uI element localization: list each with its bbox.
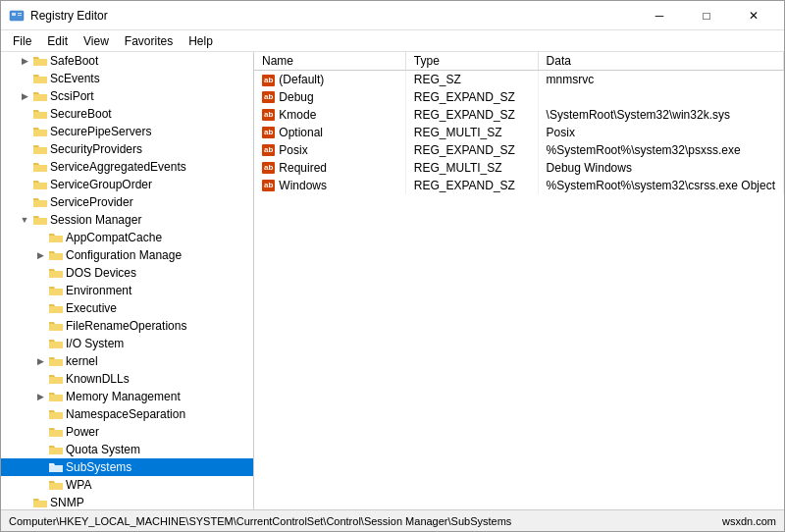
- folder-icon-executive: [48, 302, 64, 314]
- menu-help[interactable]: Help: [181, 32, 221, 50]
- tree-node-filerenameoperations[interactable]: FileRenameOperations: [1, 317, 253, 335]
- node-label-appcompatcache: AppCompatCache: [66, 231, 162, 244]
- menu-favorites[interactable]: Favorites: [117, 32, 181, 50]
- table-row[interactable]: ab(Default)REG_SZmnmsrvc: [254, 71, 784, 88]
- tree-node-kernel[interactable]: ▶ kernel: [1, 352, 253, 370]
- tree-node-snmp[interactable]: SNMP: [1, 494, 253, 509]
- tree-node-secureboot[interactable]: SecureBoot: [1, 105, 253, 123]
- tree-node-namespaceseparation[interactable]: NamespaceSeparation: [1, 405, 253, 423]
- ab-icon: ab: [262, 109, 275, 121]
- node-label-knowndlls: KnownDLLs: [66, 372, 130, 386]
- menu-view[interactable]: View: [76, 32, 117, 50]
- tree-node-iosystem[interactable]: I/O System: [1, 335, 253, 352]
- cell-data: Debug Windows: [538, 159, 783, 177]
- folder-icon-serviceprovider: [32, 196, 48, 208]
- table-row[interactable]: abDebugREG_EXPAND_SZ: [254, 88, 784, 106]
- window-controls: ─ □ ✕: [637, 1, 776, 30]
- menu-file[interactable]: File: [5, 32, 39, 50]
- tree-node-environment[interactable]: Environment: [1, 282, 253, 299]
- table-row[interactable]: abPosixREG_EXPAND_SZ%SystemRoot%\system3…: [254, 141, 784, 159]
- svg-rect-3: [18, 15, 22, 16]
- expander-kernel[interactable]: ▶: [32, 356, 48, 366]
- cell-data: %SystemRoot%\system32\csrss.exe Object: [538, 177, 783, 194]
- folder-icon-knowndlls: [48, 373, 64, 385]
- title-bar: Registry Editor ─ □ ✕: [1, 1, 784, 30]
- minimize-button[interactable]: ─: [637, 1, 682, 30]
- folder-icon-securityproviders: [32, 143, 48, 155]
- folder-icon-memorymanagement: [48, 391, 64, 402]
- close-button[interactable]: ✕: [731, 1, 776, 30]
- tree-node-serviceaggregatedevents[interactable]: ServiceAggregatedEvents: [1, 158, 253, 176]
- node-label-memorymanagement: Memory Management: [66, 390, 181, 403]
- cell-name: abKmode: [254, 106, 405, 124]
- node-label-quotasystem: Quota System: [66, 443, 140, 456]
- cell-data: %SystemRoot%\system32\psxss.exe: [538, 141, 783, 159]
- svg-rect-1: [12, 13, 16, 16]
- table-row[interactable]: abOptionalREG_MULTI_SZPosix: [254, 124, 784, 141]
- cell-name: abOptional: [254, 124, 405, 141]
- expander-configmanage[interactable]: ▶: [32, 250, 48, 260]
- cell-name: abDebug: [254, 88, 405, 106]
- cell-name: abWindows: [254, 177, 405, 194]
- cell-data: mnmsrvc: [538, 71, 783, 88]
- node-label-sessionmanager: Session Manager: [50, 213, 141, 227]
- tree-node-securityproviders[interactable]: SecurityProviders: [1, 140, 253, 158]
- tree-node-scsiport[interactable]: ▶ ScsiPort: [1, 87, 253, 105]
- folder-icon-iosystem: [48, 338, 64, 349]
- tree-node-appcompatcache[interactable]: AppCompatCache: [1, 229, 253, 246]
- node-label-dosdevices: DOS Devices: [66, 266, 136, 280]
- app-icon: [9, 8, 25, 24]
- table-row[interactable]: abRequiredREG_MULTI_SZDebug Windows: [254, 159, 784, 177]
- folder-icon-securepipeservers: [32, 126, 48, 137]
- expander-scsiport[interactable]: ▶: [17, 91, 32, 101]
- node-label-executive: Executive: [66, 301, 117, 315]
- cell-type: REG_SZ: [405, 71, 538, 88]
- maximize-button[interactable]: □: [684, 1, 729, 30]
- folder-icon-safeboot: [32, 55, 48, 67]
- menu-edit[interactable]: Edit: [39, 32, 76, 50]
- node-label-serviceprovider: ServiceProvider: [50, 195, 133, 209]
- node-label-filerenameoperations: FileRenameOperations: [66, 319, 186, 333]
- tree-node-sessionmanager[interactable]: ▼ Session Manager: [1, 211, 253, 229]
- status-bar: Computer\HKEY_LOCAL_MACHINE\SYSTEM\Curre…: [1, 509, 784, 531]
- cell-data: Posix: [538, 124, 783, 141]
- ab-icon: ab: [262, 144, 275, 156]
- tree-node-scevents[interactable]: ScEvents: [1, 70, 253, 87]
- node-label-wpa: WPA: [66, 478, 91, 492]
- cell-name: ab(Default): [254, 71, 405, 88]
- cell-data: \SystemRoot\System32\win32k.sys: [538, 106, 783, 124]
- tree-node-power[interactable]: Power: [1, 423, 253, 441]
- node-label-scevents: ScEvents: [50, 72, 100, 85]
- tree-node-servicegrouporder[interactable]: ServiceGroupOrder: [1, 176, 253, 193]
- tree-node-quotasystem[interactable]: Quota System: [1, 441, 253, 458]
- tree-node-executive[interactable]: Executive: [1, 299, 253, 317]
- folder-icon-environment: [48, 285, 64, 296]
- folder-icon-configmanage: [48, 249, 64, 261]
- tree-node-subsystems[interactable]: SubSystems: [1, 458, 253, 476]
- cell-type: REG_EXPAND_SZ: [405, 177, 538, 194]
- ab-icon: ab: [262, 162, 275, 174]
- data-pane[interactable]: Name Type Data ab(Default)REG_SZmnmsrvca…: [254, 52, 784, 509]
- folder-icon-dosdevices: [48, 267, 64, 279]
- tree-node-wpa[interactable]: WPA: [1, 476, 253, 494]
- menu-bar: File Edit View Favorites Help: [1, 30, 784, 52]
- tree-node-knowndlls[interactable]: KnownDLLs: [1, 370, 253, 388]
- tree-node-memorymanagement[interactable]: ▶ Memory Management: [1, 388, 253, 405]
- tree-node-dosdevices[interactable]: DOS Devices: [1, 264, 253, 282]
- table-row[interactable]: abKmodeREG_EXPAND_SZ\SystemRoot\System32…: [254, 106, 784, 124]
- col-data: Data: [538, 52, 783, 71]
- folder-icon-snmp: [32, 497, 48, 508]
- cell-type: REG_EXPAND_SZ: [405, 106, 538, 124]
- ab-icon: ab: [262, 91, 275, 103]
- tree-node-securepipeservers[interactable]: SecurePipeServers: [1, 123, 253, 140]
- ab-icon: ab: [262, 75, 275, 86]
- tree-node-safeboot[interactable]: ▶ SafeBoot: [1, 52, 253, 70]
- tree-node-serviceprovider[interactable]: ServiceProvider: [1, 193, 253, 211]
- tree-pane[interactable]: ▶ SafeBoot ScEvents▶ ScsiPort SecureBoot…: [1, 52, 254, 509]
- tree-node-configmanage[interactable]: ▶ Configuration Manage: [1, 246, 253, 264]
- table-row[interactable]: abWindowsREG_EXPAND_SZ%SystemRoot%\syste…: [254, 177, 784, 194]
- expander-safeboot[interactable]: ▶: [17, 56, 32, 66]
- expander-memorymanagement[interactable]: ▶: [32, 392, 48, 401]
- node-label-power: Power: [66, 425, 99, 439]
- expander-sessionmanager[interactable]: ▼: [17, 215, 32, 225]
